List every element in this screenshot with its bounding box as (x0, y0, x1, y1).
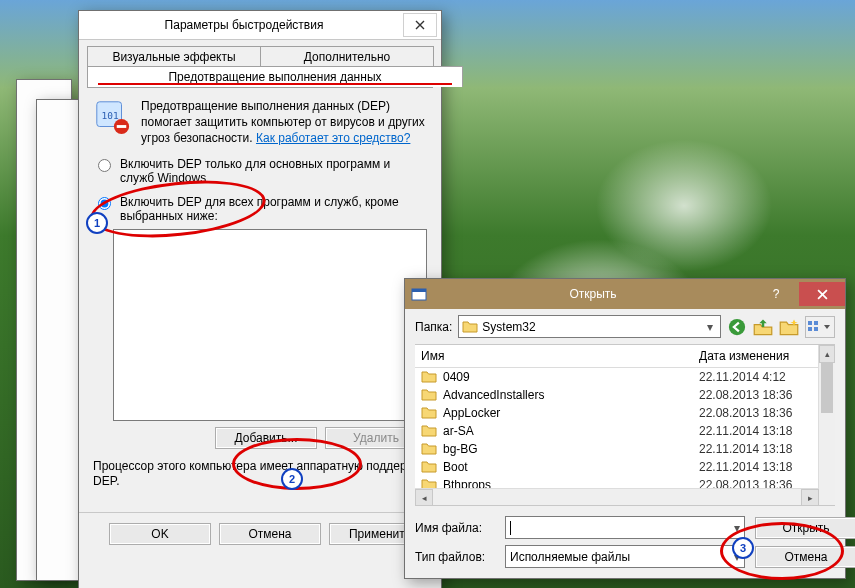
cancel-button[interactable]: Отмена (219, 523, 321, 545)
tabs: Визуальные эффекты Дополнительно Предотв… (87, 46, 433, 88)
back-icon[interactable] (727, 317, 747, 337)
open-button[interactable]: Открыть (755, 517, 855, 539)
folder-icon (421, 369, 437, 385)
filename-input[interactable]: ▾ (505, 516, 745, 539)
open-cancel-button[interactable]: Отмена (755, 546, 855, 568)
open-title: Открыть (433, 287, 753, 301)
svg-text:101: 101 (102, 110, 119, 121)
svg-rect-7 (808, 321, 812, 325)
help-button[interactable]: ? (753, 282, 799, 306)
radio-all-label: Включить DEP для всех программ и служб, … (120, 195, 427, 223)
filetype-combo[interactable]: Исполняемые файлы ▾ (505, 545, 745, 568)
up-icon[interactable] (753, 317, 773, 337)
list-item[interactable]: AdvancedInstallers22.08.2013 18:36 (415, 386, 835, 404)
radio-essential[interactable]: Включить DEP только для основных програм… (93, 157, 427, 185)
tab-highlight (98, 83, 452, 85)
folder-label: Папка: (415, 320, 452, 334)
add-button[interactable]: Добавить... (215, 427, 317, 449)
tab-visual-effects[interactable]: Визуальные эффекты (87, 46, 261, 67)
open-window-icon (411, 286, 427, 302)
exception-list[interactable] (113, 229, 427, 421)
list-item[interactable]: Boot22.11.2014 13:18 (415, 458, 835, 476)
svg-rect-9 (808, 327, 812, 331)
ok-button[interactable]: OK (109, 523, 211, 545)
folder-icon (421, 405, 437, 421)
folder-icon (462, 319, 478, 335)
folder-icon (421, 387, 437, 403)
list-item[interactable]: 040922.11.2014 4:12 (415, 368, 835, 386)
svg-rect-3 (117, 125, 127, 128)
open-dialog: Открыть ? Папка: System32 ▾ Имя Дата изм… (404, 278, 846, 579)
vertical-scrollbar[interactable]: ▴ (818, 345, 835, 505)
tab-dep[interactable]: Предотвращение выполнения данных (87, 66, 463, 87)
column-date[interactable]: Дата изменения (693, 345, 835, 367)
radio-essential-input[interactable] (98, 159, 111, 172)
chevron-down-icon: ▾ (734, 521, 740, 535)
view-menu-icon[interactable] (805, 316, 835, 338)
file-list[interactable]: Имя Дата изменения 040922.11.2014 4:12Ad… (415, 344, 835, 506)
svg-point-6 (729, 318, 745, 334)
performance-options-window: Параметры быстродействия Визуальные эффе… (78, 10, 442, 588)
radio-all-input[interactable] (98, 197, 111, 210)
new-folder-icon[interactable] (779, 317, 799, 337)
radio-essential-label: Включить DEP только для основных програм… (120, 157, 427, 185)
folder-icon (421, 423, 437, 439)
list-item[interactable]: AppLocker22.08.2013 18:36 (415, 404, 835, 422)
folder-combo[interactable]: System32 ▾ (458, 315, 721, 338)
open-titlebar[interactable]: Открыть ? (405, 279, 845, 309)
folder-icon (421, 441, 437, 457)
filetype-label: Тип файлов: (415, 550, 495, 564)
titlebar[interactable]: Параметры быстродействия (79, 11, 441, 40)
list-item[interactable]: bg-BG22.11.2014 13:18 (415, 440, 835, 458)
dep-shield-icon: 101 (93, 98, 131, 136)
dep-intro-text: Предотвращение выполнения данных (DEP) п… (141, 98, 427, 147)
open-close-button[interactable] (799, 282, 845, 306)
column-name[interactable]: Имя (415, 345, 693, 367)
window-title: Параметры быстродействия (87, 18, 401, 32)
chevron-down-icon: ▾ (734, 550, 740, 564)
list-item[interactable]: ar-SA22.11.2014 13:18 (415, 422, 835, 440)
chevron-down-icon: ▾ (703, 320, 717, 334)
hardware-note: Процессор этого компьютера имеет аппарат… (93, 459, 427, 490)
dep-how-link[interactable]: Как работает это средство? (256, 131, 410, 145)
folder-icon (421, 459, 437, 475)
svg-rect-5 (412, 289, 426, 292)
tab-advanced[interactable]: Дополнительно (260, 46, 434, 67)
svg-rect-10 (814, 327, 818, 331)
radio-all[interactable]: Включить DEP для всех программ и служб, … (93, 195, 427, 223)
svg-rect-8 (814, 321, 818, 325)
folder-value: System32 (482, 320, 703, 334)
horizontal-scrollbar[interactable]: ◂▸ (415, 488, 819, 505)
close-button[interactable] (403, 13, 437, 37)
filename-label: Имя файла: (415, 521, 495, 535)
